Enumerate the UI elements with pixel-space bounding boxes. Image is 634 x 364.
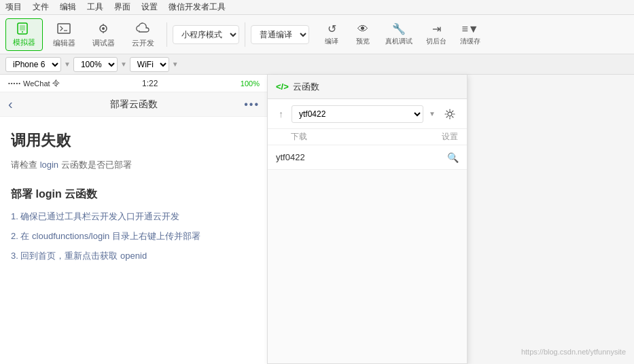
phone-status-bar: ••••• WeChat 令 1:22 100% (0, 75, 268, 92)
editor-button[interactable]: 编辑器 (46, 18, 82, 51)
more-button[interactable]: ••• (244, 98, 260, 111)
status-left: ••••• WeChat 令 (8, 78, 60, 88)
menu-item-devtools[interactable]: 微信开发者工具 (169, 1, 226, 13)
menu-item-file[interactable]: 文件 (33, 1, 49, 13)
wifi-icon: 令 (52, 78, 60, 88)
clean-button[interactable]: ≡▼ 清缓存 (455, 18, 486, 51)
debugger-button[interactable]: 调试器 (85, 18, 122, 51)
env-select[interactable]: ytf0422 (292, 105, 423, 123)
error-title: 调用失败 (11, 130, 257, 151)
settings-label: 设置 (441, 131, 459, 143)
debugger-icon (94, 21, 113, 36)
simulator-button[interactable]: 模拟器 (5, 18, 43, 51)
remote-debug-button[interactable]: 🔧 真机调试 (380, 18, 418, 51)
error-highlight: login (40, 160, 58, 170)
device-arrow: ▼ (64, 60, 71, 68)
function-list (268, 170, 467, 363)
device-bar: iPhone 6 ▼ 100% ▼ WiFi ▼ (0, 54, 634, 75)
backend-label: 切后台 (426, 37, 446, 46)
backend-icon: ⇥ (432, 22, 441, 35)
divider-2 (245, 22, 245, 47)
toolbar-right: ↺ 编译 👁 预览 🔧 真机调试 ⇥ 切后台 ≡▼ 清缓存 (317, 18, 486, 51)
cloud-code-icon: </> (276, 81, 289, 92)
deploy-step-3: 3. 回到首页，重新点击获取 openid (11, 249, 257, 263)
toolbar: 模拟器 编辑器 调试器 云开 (0, 15, 634, 54)
cloud-panel-header: </> 云函数 (268, 75, 467, 99)
network-select[interactable]: WiFi (130, 57, 169, 72)
error-subtitle: 请检查 login 云函数是否已部署 (11, 159, 257, 171)
deploy-step-2: 2. 在 cloudfunctions/login 目录上右键上传并部署 (11, 230, 257, 244)
cloud-button[interactable]: 云开发 (124, 18, 161, 51)
menu-bar: 项目 文件 编辑 工具 界面 设置 微信开发者工具 (0, 0, 634, 15)
svg-rect-3 (58, 24, 70, 33)
env-bar: ↑ ytf0422 ▼ (268, 99, 467, 129)
step1-text: . 确保已通过工具栏云开发入口开通云开发 (16, 211, 179, 221)
backend-button[interactable]: ⇥ 切后台 (421, 18, 452, 51)
deploy-title: 部署 login 云函数 (11, 187, 257, 202)
cloud-dev-icon (133, 21, 152, 36)
download-settings-row: 下载 设置 (268, 129, 467, 145)
error-pre-text: 请检查 (11, 160, 40, 170)
main-area: ••••• WeChat 令 1:22 100% ‹ 部署云函数 ••• 调用失… (0, 75, 634, 364)
preview-icon: 👁 (357, 23, 368, 35)
watermark: https://blog.csdn.net/ytfunnysite (521, 348, 626, 356)
compile-select[interactable]: 普通编译 (251, 25, 309, 44)
compile-icon: ↺ (328, 22, 336, 35)
cloud-settings-button[interactable] (441, 105, 459, 123)
svg-point-2 (22, 31, 23, 33)
back-button[interactable]: ‹ (8, 96, 13, 112)
simulator-label: 模拟器 (13, 37, 35, 48)
search-icon[interactable]: 🔍 (447, 152, 459, 163)
wechat-label: WeChat (23, 79, 50, 88)
preview-label: 预览 (356, 37, 370, 46)
deploy-step-1: 1. 确保已通过工具栏云开发入口开通云开发 (11, 210, 257, 224)
debugger-label: 调试器 (92, 38, 115, 48)
device-select[interactable]: iPhone 6 (5, 57, 61, 72)
remote-debug-icon: 🔧 (392, 22, 406, 35)
error-post-text: 云函数是否已部署 (58, 160, 132, 170)
battery-indicator: 100% (241, 79, 260, 88)
function-search-bar: ytf0422 🔍 (268, 145, 467, 170)
menu-item-project[interactable]: 项目 (5, 1, 22, 13)
menu-item-tools[interactable]: 工具 (87, 1, 103, 13)
compile-button[interactable]: ↺ 编译 (317, 18, 346, 51)
phone-content: 调用失败 请检查 login 云函数是否已部署 部署 login 云函数 1. … (0, 117, 268, 364)
cloud-function-panel: </> 云函数 ↑ ytf0422 ▼ 下载 设置 ytf0422 (267, 75, 468, 364)
step3-text: . 回到首页，重新点击获取 openid (16, 251, 147, 261)
network-arrow: ▼ (172, 60, 179, 68)
mode-select[interactable]: 小程序模式 (173, 25, 239, 44)
cloud-dev-label: 云开发 (132, 38, 154, 48)
remote-debug-label: 真机调试 (385, 37, 412, 46)
search-value-label: ytf0422 (276, 152, 442, 162)
compile-label: 编译 (325, 37, 338, 46)
svg-point-8 (102, 27, 105, 30)
status-time: 1:22 (142, 79, 158, 88)
phone-panel: ••••• WeChat 令 1:22 100% ‹ 部署云函数 ••• 调用失… (0, 75, 268, 364)
phone-nav-bar: ‹ 部署云函数 ••• (0, 92, 268, 117)
simulator-icon (15, 22, 34, 35)
cloud-refresh-button[interactable]: ↑ (276, 106, 286, 122)
zoom-select[interactable]: 100% (73, 57, 118, 72)
cloud-panel-title: 云函数 (293, 81, 319, 93)
preview-button[interactable]: 👁 预览 (349, 18, 377, 51)
download-label: 下载 (276, 131, 436, 143)
env-dropdown-arrow: ▼ (429, 110, 436, 117)
menu-item-edit[interactable]: 编辑 (60, 1, 76, 13)
svg-point-9 (448, 112, 452, 116)
clean-icon: ≡▼ (461, 23, 478, 35)
nav-title: 部署云函数 (110, 98, 158, 111)
menu-item-settings[interactable]: 设置 (141, 1, 158, 13)
menu-item-interface[interactable]: 界面 (114, 1, 130, 13)
editor-icon (54, 21, 73, 36)
divider-1 (166, 22, 167, 47)
clean-label: 清缓存 (460, 37, 480, 46)
zoom-arrow: ▼ (120, 60, 127, 68)
step2-text: . 在 cloudfunctions/login 目录上右键上传并部署 (16, 231, 200, 241)
signal-icon: ••••• (8, 80, 21, 86)
editor-label: 编辑器 (53, 38, 75, 48)
svg-rect-1 (20, 25, 25, 31)
